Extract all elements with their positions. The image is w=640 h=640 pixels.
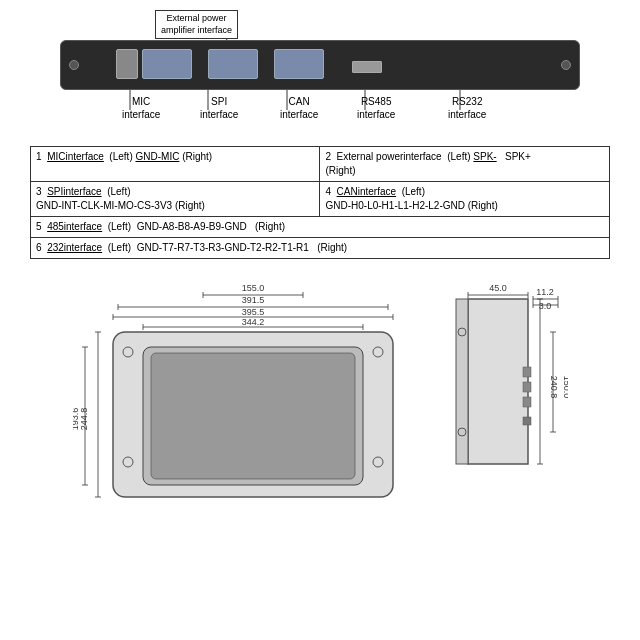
svg-text:11.2: 11.2 — [536, 287, 554, 297]
svg-text:395.5: 395.5 — [241, 307, 264, 317]
spec-table: 1 MICinterface (Left) GND-MIC (Right) 2 … — [30, 146, 610, 259]
svg-text:150.0: 150.0 — [562, 376, 568, 399]
table-row: 5 485interface (Left) GND-A8-B8-A9-B9-GN… — [31, 217, 610, 238]
svg-text:3.0: 3.0 — [538, 301, 551, 311]
table-cell: 4 CANinterface (Left) GND-H0-L0-H1-L1-H2… — [320, 182, 610, 217]
svg-rect-54 — [523, 417, 531, 425]
table-container: 1 MICinterface (Left) GND-MIC (Right) 2 … — [10, 146, 630, 269]
table-cell: 2 External powerinterface (Left) SPK- SP… — [320, 147, 610, 182]
device-section: External poweramplifier interface — [10, 10, 630, 140]
svg-rect-50 — [456, 299, 468, 464]
device-diagram: External poweramplifier interface — [30, 10, 610, 140]
table-cell: 3 SPIinterface (Left) GND-INT-CLK-MI-MO-… — [31, 182, 320, 217]
svg-rect-24 — [151, 353, 355, 479]
can-label: CANinterface — [280, 95, 318, 121]
table-cell: 6 232interface (Left) GND-T7-R7-T3-R3-GN… — [31, 238, 610, 259]
device-body — [60, 40, 580, 90]
rs232-connector — [352, 61, 382, 73]
table-cell: 5 485interface (Left) GND-A8-B8-A9-B9-GN… — [31, 217, 610, 238]
can-connector — [208, 49, 258, 79]
svg-text:244.8: 244.8 — [79, 408, 89, 431]
rs485-connector — [274, 49, 324, 79]
connectors-area — [116, 49, 382, 79]
svg-text:391.5: 391.5 — [241, 295, 264, 305]
svg-text:240.8: 240.8 — [549, 376, 559, 399]
svg-rect-53 — [523, 397, 531, 407]
svg-text:344.2: 344.2 — [241, 317, 264, 327]
mic-label: MICinterface — [122, 95, 160, 121]
spi-label: SPIinterface — [200, 95, 238, 121]
table-row: 6 232interface (Left) GND-T7-R7-T3-R3-GN… — [31, 238, 610, 259]
table-cell: 1 MICinterface (Left) GND-MIC (Right) — [31, 147, 320, 182]
rs485-label: RS485interface — [357, 95, 395, 121]
spi-connector — [142, 49, 192, 79]
svg-text:193.6: 193.6 — [73, 408, 80, 431]
svg-rect-51 — [523, 367, 531, 377]
mic-connector — [116, 49, 138, 79]
side-view-diagram: 45.0 11.2 3.0 — [448, 277, 568, 507]
table-row: 1 MICinterface (Left) GND-MIC (Right) 2 … — [31, 147, 610, 182]
callout-external-power: External poweramplifier interface — [155, 10, 238, 39]
table-row: 3 SPIinterface (Left) GND-INT-CLK-MI-MO-… — [31, 182, 610, 217]
svg-text:45.0: 45.0 — [489, 283, 507, 293]
svg-text:155.0: 155.0 — [241, 283, 264, 293]
svg-rect-52 — [523, 382, 531, 392]
front-view-diagram: 155.0 391.5 395.5 344.2 — [73, 277, 433, 507]
dimension-diagrams: 155.0 391.5 395.5 344.2 — [10, 277, 630, 507]
svg-rect-49 — [468, 299, 528, 464]
page: External poweramplifier interface — [0, 0, 640, 640]
device-circle-left — [69, 60, 79, 70]
rs232-label: RS232interface — [448, 95, 486, 121]
device-circle-right — [561, 60, 571, 70]
